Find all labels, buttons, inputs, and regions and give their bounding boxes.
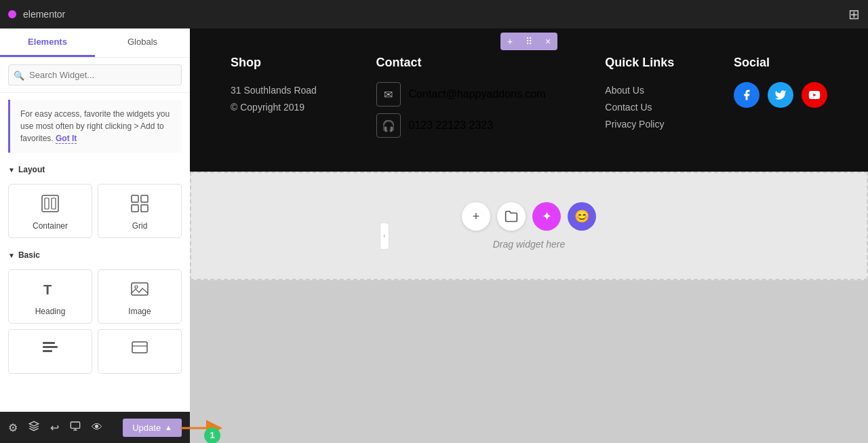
widget-heading[interactable]: T Heading: [8, 269, 92, 324]
twitter-icon[interactable]: [768, 82, 793, 108]
section-move-button[interactable]: ⠿: [519, 33, 538, 50]
section-close-button[interactable]: ×: [538, 33, 557, 50]
elementor-dot-icon: [8, 10, 16, 18]
layout-section-header: ▼ Layout: [0, 159, 190, 184]
svg-rect-1: [45, 198, 49, 209]
drop-toolbar: + ✦ 😊: [462, 202, 596, 231]
search-icon: 🔍: [14, 70, 24, 80]
svg-rect-5: [132, 205, 138, 212]
layout-arrow-icon: ▼: [8, 166, 15, 174]
section-add-button[interactable]: +: [500, 33, 519, 50]
phone-icon: 🎧: [376, 113, 401, 138]
basic-section-header: ▼ Basic: [0, 245, 190, 269]
app-title: elementor: [23, 9, 65, 20]
email-icon: ✉: [376, 82, 401, 107]
widget-3[interactable]: [8, 329, 92, 374]
update-area: Update ▲ 1: [123, 419, 182, 437]
widget3-icon: [14, 339, 86, 362]
drop-label: Drag widget here: [493, 239, 566, 250]
search-area: 🔍: [0, 58, 190, 93]
contact-title: Contact: [376, 56, 546, 70]
svg-rect-12: [43, 350, 52, 352]
svg-rect-2: [52, 198, 56, 209]
svg-rect-8: [132, 283, 148, 295]
layers-icon[interactable]: [28, 421, 39, 434]
tip-text: For easy access, favorite the widgets yo…: [20, 109, 170, 143]
footer-quicklinks-col: Quick Links About Us Contact Us Privacy …: [605, 56, 674, 145]
svg-text:T: T: [43, 282, 52, 297]
sidebar-tabs: Elements Globals: [0, 28, 190, 58]
update-button[interactable]: Update ▲: [123, 419, 182, 437]
shop-title: Shop: [231, 56, 317, 70]
container-icon: [14, 194, 86, 217]
contact-phone-row: 🎧 0123 22123 2323: [376, 113, 546, 138]
tab-globals[interactable]: Globals: [95, 28, 190, 57]
svg-rect-6: [141, 205, 148, 212]
responsive-icon[interactable]: [70, 421, 81, 434]
svg-rect-17: [71, 422, 79, 428]
grid-label: Grid: [104, 221, 176, 231]
footer-contact-col: Contact ✉ Contact@happyaddons.com 🎧 0123…: [376, 56, 546, 145]
widget4-icon: [104, 339, 176, 362]
widget-grid-item[interactable]: Grid: [98, 184, 182, 238]
grid-widget-icon: [104, 194, 176, 217]
quicklink-contact[interactable]: Contact Us: [605, 99, 674, 116]
drop-smiley-button[interactable]: 😊: [568, 202, 596, 231]
image-label: Image: [104, 307, 176, 316]
eye-icon[interactable]: 👁: [92, 421, 102, 434]
social-icons-group: [734, 82, 827, 108]
widget-image[interactable]: Image: [98, 269, 182, 324]
canvas-area: + ⠿ × Shop 31 Southlands Road © Copyrigh…: [190, 28, 868, 443]
youtube-icon[interactable]: [802, 82, 827, 108]
section-toolbar: + ⠿ ×: [500, 33, 557, 50]
quicklink-privacy[interactable]: Privacy Policy: [605, 116, 674, 133]
basic-widget-grid: T Heading Image: [0, 269, 190, 381]
quicklink-about[interactable]: About Us: [605, 82, 674, 99]
drop-zone: + ✦ 😊 Drag widget here: [190, 172, 868, 280]
basic-arrow-icon: ▼: [8, 252, 15, 259]
heading-widget-icon: T: [14, 280, 86, 303]
top-bar: elementor ⊞: [0, 0, 868, 28]
footer-shop-col: Shop 31 Southlands Road © Copyright 2019: [231, 56, 317, 145]
svg-rect-3: [132, 195, 138, 202]
top-bar-left: elementor: [8, 9, 65, 20]
contact-email: Contact@happyaddons.com: [409, 88, 546, 100]
search-input[interactable]: [8, 64, 182, 85]
quicklinks-title: Quick Links: [605, 56, 674, 70]
widget-container[interactable]: Container: [8, 184, 92, 238]
layout-widget-grid: Container Grid: [0, 184, 190, 245]
svg-rect-13: [132, 342, 147, 353]
svg-rect-11: [43, 346, 58, 348]
svg-point-9: [135, 286, 138, 288]
chevron-up-icon: ▲: [165, 423, 172, 431]
social-title: Social: [734, 56, 827, 70]
settings-icon[interactable]: ⚙: [8, 421, 18, 434]
notification-badge: 1: [204, 427, 220, 444]
svg-rect-10: [43, 342, 55, 344]
widget-4[interactable]: [98, 329, 182, 374]
svg-rect-4: [141, 195, 148, 202]
basic-section-title: ▼ Basic: [8, 250, 182, 260]
grid-icon[interactable]: ⊞: [848, 6, 860, 22]
tip-box: For easy access, favorite the widgets yo…: [8, 100, 182, 153]
drop-add-button[interactable]: +: [462, 202, 490, 231]
drop-star-button[interactable]: ✦: [532, 202, 561, 231]
app-container: elementor ⊞ Elements Globals 🔍: [0, 0, 868, 443]
search-wrapper: 🔍: [8, 64, 182, 85]
heading-label: Heading: [14, 307, 86, 316]
shop-address: 31 Southlands Road: [231, 82, 317, 99]
contact-phone: 0123 22123 2323: [409, 119, 494, 132]
contact-email-row: ✉ Contact@happyaddons.com: [376, 82, 546, 107]
sidebar-collapse-handle[interactable]: ‹: [380, 223, 389, 250]
drop-folder-button[interactable]: [497, 202, 526, 231]
container-label: Container: [14, 221, 86, 231]
bottom-toolbar: ⚙ ↩ 👁 Update ▲: [0, 412, 190, 443]
layout-section-title: ▼ Layout: [8, 165, 182, 174]
tip-link[interactable]: Got It: [56, 134, 77, 144]
content-area: Elements Globals 🔍 For easy access, favo…: [0, 28, 868, 443]
image-widget-icon: [104, 280, 176, 303]
facebook-icon[interactable]: [734, 82, 760, 108]
history-icon[interactable]: ↩: [50, 421, 59, 434]
footer-social-col: Social: [734, 56, 827, 145]
tab-elements[interactable]: Elements: [0, 28, 95, 57]
